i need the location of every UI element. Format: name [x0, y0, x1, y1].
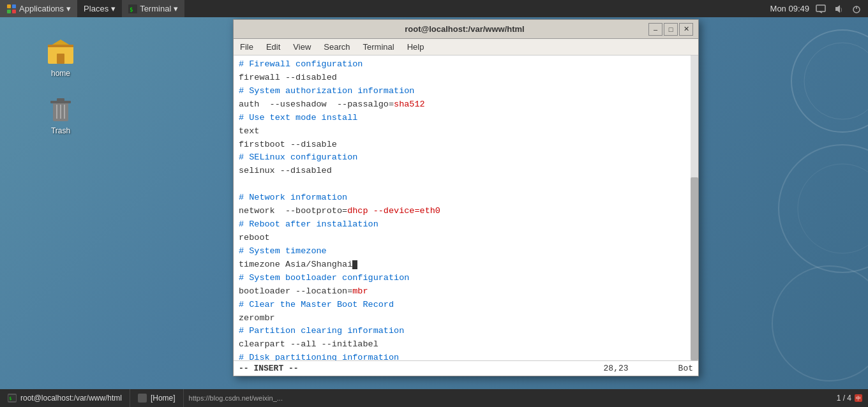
line-18: bootloader --location=mbr [239, 285, 693, 299]
line-21: # Partition clearing information [239, 325, 693, 338]
line-22: clearpart --all --initlabel [239, 338, 693, 352]
line-20: zerombr [239, 312, 693, 325]
close-button[interactable]: ✕ [679, 23, 693, 36]
menu-terminal[interactable]: Terminal [357, 39, 401, 55]
svg-rect-14 [57, 54, 64, 64]
editor-wrapper: # Firewall configuration firewall --disa… [234, 56, 698, 360]
line-1: # Firewall configuration [239, 58, 693, 71]
terminal-window: root@localhost:/var/www/html – □ ✕ File … [233, 19, 699, 376]
taskbar-bottom-right: 1 / 4 中 [837, 389, 868, 407]
places-label: Places [84, 4, 108, 13]
menu-help[interactable]: Help [401, 39, 431, 55]
places-menu[interactable]: Places ▾ [77, 0, 122, 17]
line-5: # Use text mode install [239, 112, 693, 125]
terminal-title-text: root@localhost:/var/www/html [281, 24, 648, 34]
taskbar-bottom: $ root@localhost:/var/www/html [Home] ht… [0, 389, 868, 407]
window-controls: – □ ✕ [648, 23, 693, 36]
line-11: # Network information [239, 191, 693, 205]
terminal-chevron: ▾ [174, 4, 178, 13]
terminal-menu[interactable]: $ Terminal ▾ [122, 0, 184, 17]
line-7: firstboot --disable [239, 138, 693, 152]
svg-text:中: 中 [856, 396, 861, 401]
terminal-label: Terminal [140, 4, 171, 13]
line-8: # SELinux configuration [239, 151, 693, 165]
taskbar-right: Mon 09:49 ) [770, 0, 868, 17]
url-bar: https://blog.csdn.net/weixin_... [184, 394, 837, 402]
line-4: auth --useshadow --passalgo=sha512 [239, 98, 693, 112]
home-dot [138, 394, 147, 403]
applications-label: Applications [19, 4, 64, 13]
terminal-icon: $ [128, 4, 137, 13]
applications-chevron: ▾ [66, 4, 71, 13]
line-12: network --bootproto=dhcp --device=eth0 [239, 205, 693, 218]
svg-rect-3 [12, 10, 16, 13]
svg-point-26 [772, 266, 868, 381]
home-folder-image [45, 36, 76, 66]
svg-text:$: $ [9, 396, 11, 401]
menu-edit[interactable]: Edit [260, 39, 287, 55]
deco-background [740, 17, 868, 387]
maximize-button[interactable]: □ [664, 23, 678, 36]
svg-point-22 [791, 30, 868, 132]
line-19: # Clear the Master Boot Record [239, 299, 693, 312]
svg-text:$: $ [130, 6, 133, 13]
taskbar-top: Applications ▾ Places ▾ $ Terminal ▾ Mon… [0, 0, 868, 17]
svg-rect-29 [138, 395, 146, 401]
svg-point-23 [804, 43, 868, 119]
line-14: reboot [239, 232, 693, 245]
vim-position: 28,23 Bot [604, 364, 693, 373]
line-16: timezone Asia/Shanghai [239, 258, 693, 272]
line-15: # System timezone [239, 245, 693, 258]
url-text: https://blog.csdn.net/weixin_... [189, 394, 283, 402]
bottom-terminal-label: root@localhost:/var/www/html [20, 394, 122, 403]
bottom-terminal-item[interactable]: $ root@localhost:/var/www/html [0, 389, 130, 407]
flag-icon: 中 [854, 394, 863, 403]
line-6: text [239, 125, 693, 138]
terminal-titlebar: root@localhost:/var/www/html – □ ✕ [234, 20, 698, 39]
svg-marker-8 [835, 5, 840, 13]
svg-rect-18 [57, 98, 64, 101]
bottom-home-label: [Home] [151, 394, 176, 403]
line-9: selinux --disabled [239, 165, 693, 178]
applications-menu[interactable]: Applications ▾ [0, 0, 77, 17]
svg-rect-0 [7, 4, 11, 8]
svg-rect-6 [816, 5, 825, 11]
svg-point-24 [779, 145, 868, 272]
line-3: # System authorization information [239, 85, 693, 98]
menu-view[interactable]: View [287, 39, 317, 55]
svg-point-25 [798, 164, 868, 253]
desktop: Applications ▾ Places ▾ $ Terminal ▾ Mon… [0, 0, 868, 407]
trash-icon-desktop[interactable]: Trash [35, 89, 86, 139]
svg-rect-1 [12, 4, 16, 8]
terminal-dot: $ [8, 394, 17, 403]
volume-icon[interactable]: ) [832, 3, 845, 15]
menu-file[interactable]: File [234, 39, 260, 55]
vim-status-bar: -- INSERT -- 28,23 Bot [234, 360, 698, 376]
scrollbar[interactable] [691, 56, 698, 360]
line-13: # Reboot after installation [239, 218, 693, 232]
minimize-button[interactable]: – [648, 23, 662, 36]
monitor-icon[interactable] [814, 3, 827, 15]
trash-icon-label: Trash [51, 126, 70, 135]
svg-text:): ) [841, 7, 842, 12]
editor-content[interactable]: # Firewall configuration firewall --disa… [234, 56, 698, 360]
bottom-home-item[interactable]: [Home] [130, 389, 184, 407]
line-17: # System bootloader configuration [239, 272, 693, 285]
power-icon[interactable] [850, 3, 863, 15]
vim-mode: -- INSERT -- [239, 364, 299, 373]
places-chevron: ▾ [111, 4, 116, 13]
line-2: firewall --disabled [239, 71, 693, 85]
home-icon-label: home [51, 69, 70, 78]
line-23: # Disk partitioning information [239, 352, 693, 360]
terminal-menu-bar: File Edit View Search Terminal Help [234, 39, 698, 56]
menu-search[interactable]: Search [317, 39, 356, 55]
taskbar-left: Applications ▾ Places ▾ $ Terminal ▾ [0, 0, 184, 17]
page-indicator: 1 / 4 [837, 394, 851, 403]
clock: Mon 09:49 [770, 4, 809, 13]
trash-folder-image [45, 93, 76, 124]
svg-rect-15 [48, 45, 73, 47]
home-icon-desktop[interactable]: home [35, 32, 86, 82]
line-10 [239, 178, 693, 191]
applications-icon [6, 4, 17, 14]
svg-rect-2 [7, 10, 11, 13]
